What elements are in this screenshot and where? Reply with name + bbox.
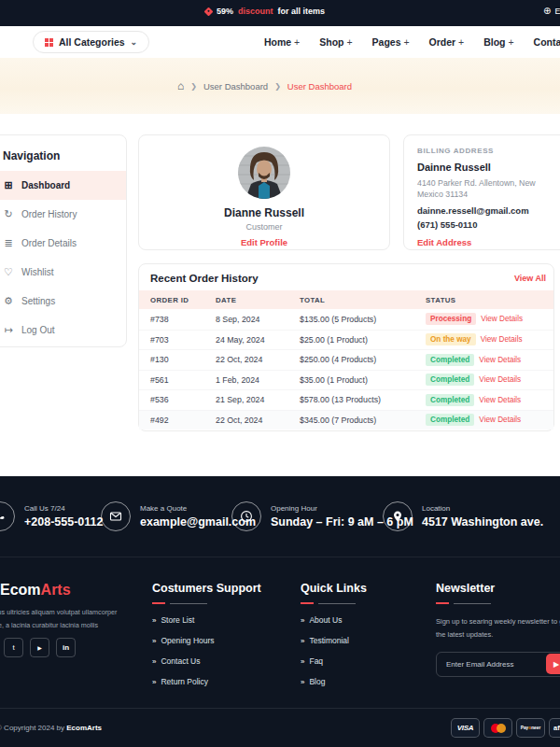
table-row: #53621 Sep, 2024$578.00 (13 Products)Com… bbox=[139, 389, 553, 410]
order-total-cell: $345.00 (7 Products) bbox=[300, 416, 426, 425]
footer-link-label: About Us bbox=[309, 615, 342, 625]
order-status-cell: CompletedView Details bbox=[426, 354, 553, 366]
breadcrumb-separator: ❯ bbox=[190, 82, 197, 91]
profile-name: Dianne Russell bbox=[139, 206, 389, 219]
footer-link-opening-hours[interactable]: »Opening Hours bbox=[152, 636, 261, 645]
footer-link-return-policy[interactable]: »Return Policy bbox=[152, 677, 261, 686]
navigation-sidebar: Navigation ⊞Dashboard↻Order History≣Orde… bbox=[0, 134, 127, 347]
order-date-cell: 22 Oct, 2024 bbox=[216, 416, 300, 425]
sidebar-item-order-history[interactable]: ↻Order History bbox=[0, 200, 126, 229]
visa-label: VISA bbox=[457, 724, 473, 732]
profile-card: Dianne Russell Customer Edit Profile bbox=[138, 134, 390, 250]
sidebar-item-dashboard[interactable]: ⊞Dashboard bbox=[0, 171, 126, 200]
menu-item-order[interactable]: Order + bbox=[429, 36, 465, 48]
language-label: English bbox=[554, 7, 560, 16]
sidebar-item-log-out[interactable]: ↦Log Out bbox=[0, 316, 126, 345]
orders-title: Recent Order History bbox=[150, 273, 259, 284]
order-id-cell: #561 bbox=[150, 375, 216, 385]
language-selector[interactable]: ⊕ English bbox=[543, 7, 560, 16]
sidebar-item-settings[interactable]: ⚙Settings bbox=[0, 287, 126, 316]
sidebar-item-wishlist[interactable]: ♡Wishlist bbox=[0, 258, 126, 287]
home-icon[interactable]: ⌂ bbox=[177, 80, 184, 92]
contact-item: Call Us 7/24+208-555-0112 bbox=[0, 501, 103, 531]
edit-address-link[interactable]: Edit Address bbox=[417, 237, 560, 247]
double-chevron-icon: » bbox=[301, 616, 303, 625]
copyright-text: © Copyright 2024 by EcomArts bbox=[0, 724, 102, 732]
all-categories-button[interactable]: All Categories ⌄ bbox=[33, 31, 149, 53]
view-details-link[interactable]: View Details bbox=[479, 416, 521, 424]
contact-value: 4517 Washington ave. bbox=[422, 515, 543, 529]
order-total-cell: $135.00 (5 Products) bbox=[300, 315, 426, 324]
menu-item-contact[interactable]: Contact bbox=[534, 36, 560, 48]
linkedin-icon[interactable]: in bbox=[56, 638, 76, 657]
plus-icon: + bbox=[458, 36, 464, 48]
payment-methods: VISAPayoneeraffirm bbox=[451, 718, 560, 738]
chevron-down-icon: ⌄ bbox=[131, 37, 138, 47]
footer-link-label: Testimonial bbox=[309, 636, 349, 645]
promo-percent: 59% bbox=[217, 7, 233, 16]
edit-profile-link[interactable]: Edit Profile bbox=[139, 237, 389, 247]
sidebar-item-order-details[interactable]: ≣Order Details bbox=[0, 229, 126, 258]
table-row: #7388 Sep, 2024$135.00 (5 Products)Proce… bbox=[139, 309, 553, 330]
menu-item-blog[interactable]: Blog + bbox=[483, 36, 513, 48]
footer-link-store-list[interactable]: »Store List bbox=[152, 615, 261, 625]
main-menu: Home +Shop +Pages +Order +Blog +Contact bbox=[264, 26, 560, 58]
menu-item-pages[interactable]: Pages + bbox=[372, 36, 410, 48]
footer-support-column: Costumers Support »Store List»Opening Ho… bbox=[152, 582, 261, 686]
order-total-cell: $250.00 (4 Products) bbox=[300, 355, 426, 364]
plus-icon: + bbox=[403, 36, 409, 48]
sidebar-item-label: Order Details bbox=[21, 238, 77, 248]
newsletter-submit-button[interactable]: ▶ bbox=[546, 654, 560, 674]
heart-icon: ♡ bbox=[3, 267, 14, 277]
order-date-cell: 1 Feb, 2024 bbox=[216, 375, 300, 385]
plus-icon: + bbox=[294, 36, 300, 48]
contact-label: Call Us 7/24 bbox=[24, 504, 103, 513]
send-icon: ▶ bbox=[553, 660, 559, 669]
status-badge: Completed bbox=[426, 354, 474, 366]
view-details-link[interactable]: View Details bbox=[481, 315, 523, 323]
main-content: Navigation ⊞Dashboard↻Order History≣Orde… bbox=[0, 114, 560, 476]
footer-quicklinks-column: Quick Links »About Us»Testimonial»Faq»Bl… bbox=[301, 582, 367, 686]
order-id-cell: #492 bbox=[150, 416, 216, 425]
view-details-link[interactable]: View Details bbox=[479, 375, 521, 384]
footer-link-about-us[interactable]: »About Us bbox=[301, 615, 367, 625]
view-details-link[interactable]: View Details bbox=[479, 396, 521, 404]
twitter-icon[interactable]: t bbox=[4, 638, 23, 657]
footer-link-faq[interactable]: »Faq bbox=[301, 656, 367, 666]
all-categories-label: All Categories bbox=[59, 36, 125, 48]
avatar bbox=[238, 147, 290, 199]
order-id-cell: #536 bbox=[150, 395, 216, 404]
order-id-cell: #130 bbox=[150, 355, 216, 364]
view-all-link[interactable]: View All bbox=[514, 274, 546, 283]
footer-link-blog[interactable]: »Blog bbox=[301, 677, 367, 686]
footer-link-label: Opening Hours bbox=[161, 636, 214, 645]
menu-item-home[interactable]: Home + bbox=[264, 36, 300, 48]
menu-item-shop[interactable]: Shop + bbox=[319, 36, 352, 48]
double-chevron-icon: » bbox=[301, 637, 303, 645]
sidebar-title: Navigation bbox=[0, 135, 126, 171]
newsletter-email-input[interactable] bbox=[436, 652, 560, 677]
breadcrumb-item[interactable]: User Dashboard bbox=[203, 81, 268, 92]
youtube-icon[interactable]: ▶ bbox=[30, 638, 49, 657]
footer-link-testimonial[interactable]: »Testimonial bbox=[301, 636, 367, 645]
payoneer-label: Payoneer bbox=[521, 726, 541, 730]
footer-link-label: Store List bbox=[161, 615, 194, 625]
dashboard-icon: ⊞ bbox=[3, 180, 14, 190]
view-details-link[interactable]: View Details bbox=[479, 356, 521, 364]
contact-item: Location4517 Washington ave. bbox=[383, 501, 543, 531]
view-details-link[interactable]: View Details bbox=[481, 335, 523, 344]
grid-icon bbox=[45, 38, 53, 47]
footer-logo[interactable]: EcomArts bbox=[0, 582, 71, 599]
contact-label: Location bbox=[422, 504, 543, 513]
clock-icon bbox=[231, 501, 261, 531]
status-badge: Completed bbox=[426, 414, 474, 426]
double-chevron-icon: » bbox=[152, 616, 155, 625]
mastercard-circles bbox=[491, 724, 506, 733]
table-row: #5611 Feb, 2024$35.00 (1 Product)Complet… bbox=[139, 370, 553, 390]
payoneer-badge: Payoneer bbox=[516, 718, 545, 738]
phone-icon bbox=[0, 501, 15, 531]
breadcrumb-banner: ⌂ ❯ User Dashboard ❯ User Dashboard bbox=[0, 58, 560, 114]
title-underline bbox=[152, 602, 261, 604]
footer-link-contact-us[interactable]: »Contact Us bbox=[152, 656, 261, 666]
social-links: ft▶in bbox=[0, 638, 76, 657]
